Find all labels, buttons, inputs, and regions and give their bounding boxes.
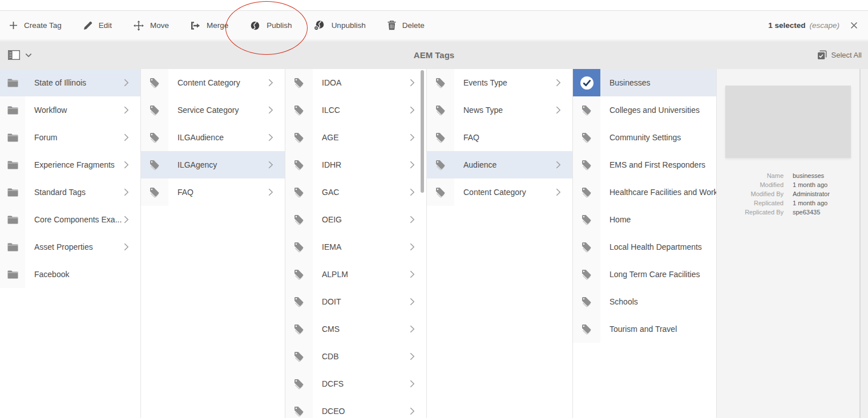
item-age[interactable]: AGE	[285, 124, 426, 151]
vertical-scrollbar-thumb[interactable]	[421, 70, 424, 193]
item-colleges-and-universities[interactable]: Colleges and Universities	[573, 96, 716, 124]
toolbar-publish-button[interactable]: Publish	[250, 21, 292, 31]
item-state-of-illinois[interactable]: State of Illinois	[0, 69, 140, 96]
chevron-right-icon[interactable]	[410, 298, 415, 306]
item-label: Asset Properties	[25, 242, 124, 251]
item-community-settings[interactable]: Community Settings	[573, 124, 716, 151]
chevron-right-icon[interactable]	[410, 133, 415, 141]
item-label: DOIT	[313, 297, 410, 306]
chevron-right-icon[interactable]	[410, 270, 415, 278]
item-faq[interactable]: FAQ	[427, 124, 572, 151]
item-service-category[interactable]: Service Category	[141, 96, 285, 124]
chevron-right-icon[interactable]	[410, 243, 415, 251]
item-events-type[interactable]: Events Type	[427, 69, 572, 96]
chevron-right-icon[interactable]	[268, 161, 273, 169]
item-label: GAC	[313, 188, 410, 197]
tag-icon	[573, 178, 600, 206]
item-cdb[interactable]: CDB	[285, 343, 426, 370]
item-healthcare-facilities-and-work[interactable]: Healthcare Facilities and Work...	[573, 178, 716, 206]
chevron-right-icon[interactable]	[268, 133, 273, 141]
select-all-button[interactable]: Select All	[817, 50, 868, 60]
item-home[interactable]: Home	[573, 206, 716, 233]
item-facebook[interactable]: Facebook	[0, 261, 140, 288]
item-label: Workflow	[25, 105, 124, 115]
chevron-right-icon[interactable]	[268, 106, 273, 114]
item-ilgagency[interactable]: ILGAgency	[141, 151, 285, 178]
chevron-down-icon	[25, 53, 32, 58]
check-circle-icon[interactable]	[573, 69, 600, 96]
chevron-right-icon[interactable]	[556, 188, 561, 196]
chevron-right-icon[interactable]	[410, 352, 415, 360]
item-audience[interactable]: Audience	[427, 151, 572, 178]
item-content-category[interactable]: Content Category	[141, 69, 285, 96]
toolbar-create-tag-button[interactable]: Create Tag	[9, 21, 62, 30]
item-iema[interactable]: IEMA	[285, 233, 426, 261]
property-label: Name	[717, 171, 784, 180]
chevron-right-icon[interactable]	[556, 106, 561, 114]
item-label: OEIG	[313, 215, 410, 224]
item-idhr[interactable]: IDHR	[285, 151, 426, 178]
item-standard-tags[interactable]: Standard Tags	[0, 178, 140, 206]
item-faq[interactable]: FAQ	[141, 178, 285, 206]
property-modified: Modified1 month ago	[717, 180, 859, 189]
item-label: Facebook	[25, 270, 140, 279]
chevron-right-icon[interactable]	[410, 216, 415, 224]
item-dcfs[interactable]: DCFS	[285, 370, 426, 397]
page-scrollbar-track[interactable]	[860, 69, 868, 418]
item-label: Tourism and Travel	[600, 324, 716, 334]
item-experience-fragments[interactable]: Experience Fragments	[0, 151, 140, 178]
chevron-right-icon[interactable]	[556, 161, 561, 169]
item-core-components-exa[interactable]: Core Components Exa...	[0, 206, 140, 233]
view-switcher-button[interactable]	[0, 50, 32, 60]
item-cms[interactable]: CMS	[285, 315, 426, 343]
property-modified-by: Modified ByAdministrator	[717, 189, 859, 198]
chevron-right-icon[interactable]	[410, 188, 415, 196]
toolbar-delete-button[interactable]: Delete	[387, 21, 425, 30]
item-content-category[interactable]: Content Category	[427, 178, 572, 206]
chevron-right-icon[interactable]	[124, 106, 129, 114]
chevron-right-icon[interactable]	[410, 79, 415, 87]
item-oeig[interactable]: OEIG	[285, 206, 426, 233]
chevron-right-icon[interactable]	[124, 243, 129, 251]
chevron-right-icon[interactable]	[556, 79, 561, 87]
item-asset-properties[interactable]: Asset Properties	[0, 233, 140, 261]
item-alplm[interactable]: ALPLM	[285, 261, 426, 288]
item-ilcc[interactable]: ILCC	[285, 96, 426, 124]
chevron-right-icon[interactable]	[410, 161, 415, 169]
tag-column-3: IDOAILCCAGEIDHRGACOEIGIEMAALPLMDOITCMSCD…	[285, 69, 427, 418]
chevron-right-icon[interactable]	[124, 216, 129, 224]
item-long-term-care-facilities[interactable]: Long Term Care Facilities	[573, 261, 716, 288]
item-idoa[interactable]: IDOA	[285, 69, 426, 96]
chevron-right-icon[interactable]	[124, 188, 129, 196]
item-tourism-and-travel[interactable]: Tourism and Travel	[573, 315, 716, 343]
toolbar-unpublish-button[interactable]: Unpublish	[314, 20, 366, 31]
toolbar-edit-button[interactable]: Edit	[83, 21, 112, 30]
chevron-right-icon[interactable]	[410, 407, 415, 415]
toolbar-merge-button[interactable]: Merge	[191, 21, 228, 30]
chevron-right-icon[interactable]	[124, 161, 129, 169]
item-news-type[interactable]: News Type	[427, 96, 572, 124]
chevron-right-icon[interactable]	[268, 188, 273, 196]
chevron-right-icon[interactable]	[124, 133, 129, 141]
item-workflow[interactable]: Workflow	[0, 96, 140, 124]
item-doit[interactable]: DOIT	[285, 288, 426, 315]
item-schools[interactable]: Schools	[573, 288, 716, 315]
item-local-health-departments[interactable]: Local Health Departments	[573, 233, 716, 261]
item-dceo[interactable]: DCEO	[285, 397, 426, 418]
item-forum[interactable]: Forum	[0, 124, 140, 151]
chevron-right-icon[interactable]	[410, 380, 415, 388]
tag-icon	[573, 288, 600, 315]
item-businesses[interactable]: Businesses	[573, 69, 716, 96]
chevron-right-icon[interactable]	[124, 79, 129, 87]
chevron-right-icon[interactable]	[268, 79, 273, 87]
chevron-right-icon[interactable]	[410, 106, 415, 114]
item-ems-and-first-responders[interactable]: EMS and First Responders	[573, 151, 716, 178]
deselect-close-button[interactable]	[849, 21, 859, 30]
toolbar-move-button[interactable]: Move	[134, 21, 169, 31]
tag-icon	[285, 288, 313, 315]
chevron-right-icon[interactable]	[410, 325, 415, 333]
close-icon	[850, 22, 858, 29]
item-gac[interactable]: GAC	[285, 178, 426, 206]
tag-icon	[573, 315, 600, 343]
item-ilgaudience[interactable]: ILGAudience	[141, 124, 285, 151]
